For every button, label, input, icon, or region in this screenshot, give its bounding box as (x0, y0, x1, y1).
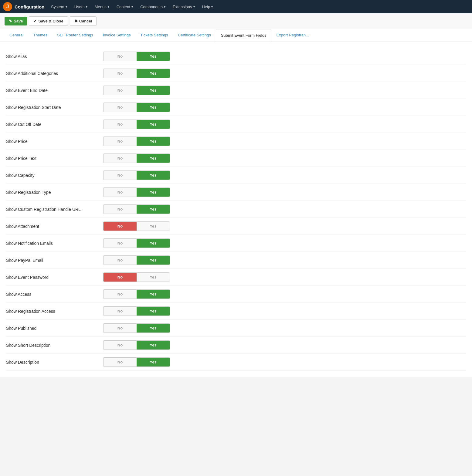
toggle-no-7[interactable]: No (104, 171, 137, 180)
tab-certificate-settings[interactable]: Certificate Settings (173, 29, 216, 42)
tab-tickets-settings[interactable]: Tickets Settings (136, 29, 173, 42)
save-label: Save (14, 19, 23, 23)
toggle-group-16: NoYes (103, 323, 170, 333)
form-row-14: Show AccessNoYes (6, 286, 466, 303)
toggle-yes-4[interactable]: Yes (137, 120, 170, 129)
toggle-no-5[interactable]: No (104, 137, 137, 146)
toggle-no-9[interactable]: No (104, 205, 137, 214)
check-icon: ✔ (33, 19, 37, 23)
field-label-4: Show Cut Off Date (6, 122, 103, 127)
toggle-no-14[interactable]: No (104, 290, 137, 299)
form-row-17: Show Short DescriptionNoYes (6, 337, 466, 354)
nav-item-components[interactable]: Components ▾ (137, 0, 169, 13)
toggle-yes-13[interactable]: Yes (137, 273, 170, 282)
tabs-bar: GeneralThemesSEF Router SettingsInvoice … (0, 29, 472, 42)
nav-menu: System ▾Users ▾Menus ▾Content ▾Component… (47, 0, 216, 13)
form-row-12: Show PayPal EmailNoYes (6, 252, 466, 269)
toggle-yes-2[interactable]: Yes (137, 86, 170, 95)
save-icon: ✎ (9, 19, 12, 23)
nav-label: Users (74, 5, 85, 9)
toggle-yes-11[interactable]: Yes (137, 239, 170, 248)
toggle-yes-10[interactable]: Yes (137, 222, 170, 231)
tab-export-registran...[interactable]: Export Registran... (271, 29, 314, 42)
toggle-no-15[interactable]: No (104, 307, 137, 316)
field-label-16: Show Published (6, 326, 103, 331)
toggle-group-14: NoYes (103, 289, 170, 299)
field-label-7: Show Capacity (6, 173, 103, 178)
toggle-no-18[interactable]: No (104, 358, 137, 366)
toggle-no-1[interactable]: No (104, 69, 137, 78)
navbar: J Configuration System ▾Users ▾Menus ▾Co… (0, 0, 472, 13)
field-label-1: Show Additional Categories (6, 71, 103, 76)
nav-label: Menus (95, 5, 107, 9)
nav-label: Extensions (173, 5, 192, 9)
save-button[interactable]: ✎ Save (5, 17, 27, 25)
toggle-yes-0[interactable]: Yes (137, 52, 170, 61)
toggle-no-6[interactable]: No (104, 154, 137, 163)
joomla-logo-icon: J (3, 2, 12, 11)
toggle-no-16[interactable]: No (104, 324, 137, 333)
brand-title: Configuration (15, 4, 44, 9)
toggle-group-17: NoYes (103, 340, 170, 350)
toggle-no-0[interactable]: No (104, 52, 137, 61)
form-row-10: Show AttachmentNoYes (6, 218, 466, 235)
toggle-yes-12[interactable]: Yes (137, 256, 170, 265)
save-close-button[interactable]: ✔ Save & Close (29, 16, 68, 26)
dropdown-arrow-icon: ▾ (108, 5, 109, 8)
nav-item-users[interactable]: Users ▾ (71, 0, 91, 13)
toggle-yes-17[interactable]: Yes (137, 341, 170, 349)
nav-item-content[interactable]: Content ▾ (113, 0, 137, 13)
toggle-no-10[interactable]: No (104, 222, 137, 231)
toggle-group-9: NoYes (103, 204, 170, 214)
toggle-yes-18[interactable]: Yes (137, 358, 170, 366)
brand: J Configuration (3, 2, 44, 11)
toggle-yes-9[interactable]: Yes (137, 205, 170, 214)
toggle-yes-3[interactable]: Yes (137, 103, 170, 112)
form-row-18: Show DescriptionNoYes (6, 354, 466, 371)
toggle-no-11[interactable]: No (104, 239, 137, 248)
toggle-group-6: NoYes (103, 154, 170, 163)
field-label-10: Show Attachment (6, 224, 103, 229)
field-label-8: Show Registration Type (6, 190, 103, 195)
toggle-no-17[interactable]: No (104, 341, 137, 349)
toggle-yes-7[interactable]: Yes (137, 171, 170, 180)
nav-item-menus[interactable]: Menus ▾ (91, 0, 113, 13)
toggle-no-3[interactable]: No (104, 103, 137, 112)
nav-item-extensions[interactable]: Extensions ▾ (169, 0, 199, 13)
toggle-yes-16[interactable]: Yes (137, 324, 170, 333)
form-row-1: Show Additional CategoriesNoYes (6, 65, 466, 82)
dropdown-arrow-icon: ▾ (211, 5, 213, 8)
toggle-group-13: NoYes (103, 272, 170, 282)
toggle-group-5: NoYes (103, 137, 170, 146)
tab-invoice-settings[interactable]: Invoice Settings (98, 29, 136, 42)
field-label-2: Show Event End Date (6, 88, 103, 93)
cancel-label: Cancel (79, 19, 92, 23)
cancel-button[interactable]: ✖ Cancel (70, 16, 97, 26)
field-label-3: Show Registration Start Date (6, 105, 103, 110)
toggle-yes-8[interactable]: Yes (137, 188, 170, 197)
field-label-0: Show Alias (6, 54, 103, 59)
toggle-no-2[interactable]: No (104, 86, 137, 95)
form-row-13: Show Event PasswordNoYes (6, 269, 466, 286)
tab-general[interactable]: General (5, 29, 28, 42)
main-content: Show AliasNoYesShow Additional Categorie… (0, 42, 472, 377)
field-label-12: Show PayPal Email (6, 258, 103, 263)
toggle-yes-5[interactable]: Yes (137, 137, 170, 146)
tab-submit-event-form-fields[interactable]: Submit Event Form Fields (216, 29, 272, 42)
tab-themes[interactable]: Themes (28, 29, 52, 42)
toggle-yes-15[interactable]: Yes (137, 307, 170, 316)
tab-sef-router-settings[interactable]: SEF Router Settings (52, 29, 98, 42)
form-row-3: Show Registration Start DateNoYes (6, 99, 466, 116)
nav-label: System (51, 5, 64, 9)
form-row-15: Show Registration AccessNoYes (6, 303, 466, 320)
nav-item-help[interactable]: Help ▾ (199, 0, 217, 13)
nav-item-system[interactable]: System ▾ (47, 0, 70, 13)
toggle-no-13[interactable]: No (104, 273, 137, 282)
toggle-yes-6[interactable]: Yes (137, 154, 170, 163)
toggle-yes-1[interactable]: Yes (137, 69, 170, 78)
form-row-6: Show Price TextNoYes (6, 150, 466, 167)
toggle-no-12[interactable]: No (104, 256, 137, 265)
toggle-no-4[interactable]: No (104, 120, 137, 129)
toggle-no-8[interactable]: No (104, 188, 137, 197)
toggle-yes-14[interactable]: Yes (137, 290, 170, 299)
